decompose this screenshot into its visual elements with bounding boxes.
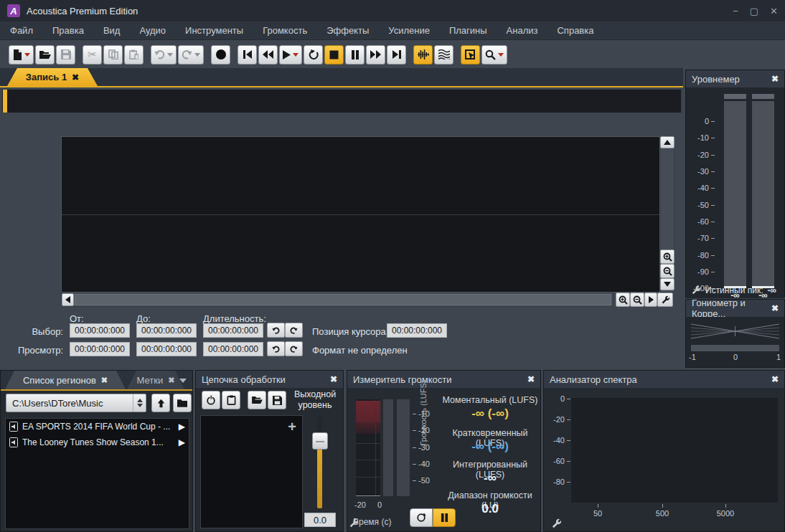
tab-markers-close-icon[interactable]: ✖ xyxy=(168,376,174,385)
cursor-position-field[interactable]: 00:00:00:000 xyxy=(387,323,447,338)
view-redo-button[interactable] xyxy=(285,341,303,356)
scroll-up-button[interactable] xyxy=(660,136,674,148)
output-level-slider-handle[interactable] xyxy=(312,432,328,450)
new-file-dropdown-arrow[interactable] xyxy=(24,53,30,57)
loudness-settings-wrench-icon[interactable] xyxy=(349,518,359,528)
panel-tabs-dropdown-icon[interactable] xyxy=(179,379,187,383)
view-undo-button[interactable] xyxy=(267,341,285,356)
file-play-button[interactable]: ▶ xyxy=(179,422,185,432)
output-level-value-field[interactable]: 0.0 xyxy=(304,513,336,527)
loudness-meter-close-icon[interactable]: ✖ xyxy=(527,374,535,384)
save-button[interactable] xyxy=(56,45,75,65)
fast-forward-button[interactable] xyxy=(366,45,385,65)
tab-recording-1[interactable]: Запись 1 ✖ xyxy=(7,68,98,86)
chain-paste-button[interactable] xyxy=(222,391,240,409)
vertical-zoom-in-button[interactable] xyxy=(660,250,674,264)
zoom-dropdown-arrow[interactable] xyxy=(498,53,504,57)
waveform-canvas[interactable] xyxy=(61,136,660,293)
view-duration-field[interactable]: 00:00:00:000 xyxy=(203,342,263,356)
redo-dropdown-arrow[interactable] xyxy=(194,53,200,57)
new-file-button[interactable] xyxy=(9,45,34,65)
chain-load-button[interactable] xyxy=(248,391,266,409)
menu-help[interactable]: Справка xyxy=(557,25,593,36)
selection-undo-button[interactable] xyxy=(267,323,285,338)
horizontal-scrollbar[interactable] xyxy=(61,293,614,307)
menu-audio[interactable]: Аудио xyxy=(139,25,166,36)
file-play-button[interactable]: ▶ xyxy=(179,437,185,447)
scroll-left-button[interactable] xyxy=(62,293,74,306)
close-button[interactable]: ✕ xyxy=(770,6,778,16)
redo-button[interactable] xyxy=(178,45,204,65)
scroll-right-button[interactable] xyxy=(644,293,657,307)
selection-redo-button[interactable] xyxy=(285,323,303,338)
level-meter-close-icon[interactable]: ✖ xyxy=(771,74,779,84)
loudness-readouts: Моментальный (LUFS) -∞ (-∞) Кратковремен… xyxy=(441,388,540,531)
play-button[interactable] xyxy=(279,45,302,65)
file-list-item[interactable]: EA SPORTS 2014 FIFA World Cup - ... ▶ xyxy=(6,419,189,434)
output-slider-track[interactable] xyxy=(317,440,322,508)
spectrum-freq-tick: 5000 xyxy=(713,509,738,518)
menu-view[interactable]: Вид xyxy=(103,25,121,36)
menu-analysis[interactable]: Анализ xyxy=(507,25,538,36)
zoom-tool-button[interactable] xyxy=(481,45,507,65)
cut-button[interactable]: ✂ xyxy=(83,45,102,65)
menu-effects[interactable]: Эффекты xyxy=(326,25,369,36)
play-dropdown-arrow[interactable] xyxy=(293,53,299,57)
browse-folder-button[interactable] xyxy=(173,394,192,412)
spectrum-settings-wrench-icon[interactable] xyxy=(551,518,562,529)
menu-enhancement[interactable]: Усиление xyxy=(388,25,430,36)
selection-to-field[interactable]: 00:00:00:000 xyxy=(136,323,197,338)
tab-region-list[interactable]: Список регионов ✖ xyxy=(5,371,126,389)
add-effect-button[interactable]: + xyxy=(288,420,296,433)
minimize-button[interactable]: − xyxy=(733,6,738,16)
record-button[interactable] xyxy=(211,45,230,65)
horizontal-zoom-out-button[interactable] xyxy=(630,293,644,307)
tab-close-icon[interactable]: ✖ xyxy=(72,72,79,82)
scroll-down-button[interactable] xyxy=(660,278,674,290)
view-to-field[interactable]: 00:00:00:000 xyxy=(136,342,197,356)
spectrum-analyzer-close-icon[interactable]: ✖ xyxy=(771,374,779,384)
selection-tool-button[interactable] xyxy=(461,45,480,65)
undo-dropdown-arrow[interactable] xyxy=(167,53,173,57)
tab-markers[interactable]: Метки ✖ xyxy=(127,371,184,389)
horizontal-scroll-thumb[interactable] xyxy=(75,294,611,305)
selection-duration-field[interactable]: 00:00:00:000 xyxy=(203,323,263,338)
spectral-view-button[interactable] xyxy=(434,45,453,65)
chain-bypass-button[interactable] xyxy=(202,391,220,409)
processing-chain-close-icon[interactable]: ✖ xyxy=(330,374,337,384)
file-list-item[interactable]: The Looney Tunes Show Season 1... ▶ xyxy=(6,434,189,450)
paste-button[interactable] xyxy=(124,45,144,65)
tab-region-close-icon[interactable]: ✖ xyxy=(101,376,108,385)
folder-up-button[interactable] xyxy=(151,394,170,412)
maximize-button[interactable]: ▢ xyxy=(750,6,758,16)
overview-position-cursor[interactable] xyxy=(3,90,7,113)
loudness-reset-button[interactable] xyxy=(410,508,433,527)
rewind-button[interactable] xyxy=(258,45,278,65)
menu-tools[interactable]: Инструменты xyxy=(185,25,243,36)
menu-file[interactable]: Файл xyxy=(10,25,33,36)
goniometer-close-icon[interactable]: ✖ xyxy=(771,303,779,313)
go-to-end-button[interactable] xyxy=(387,45,406,65)
loop-playback-button[interactable] xyxy=(304,45,323,65)
view-from-field[interactable]: 00:00:00:000 xyxy=(70,342,130,356)
overview-strip[interactable] xyxy=(1,89,682,113)
chain-save-button[interactable] xyxy=(268,391,286,409)
music-path-combobox[interactable]: C:\Users\DTore\Music xyxy=(6,394,146,412)
go-to-start-button[interactable] xyxy=(238,45,257,65)
stop-button[interactable] xyxy=(324,45,344,65)
open-file-button[interactable] xyxy=(35,45,55,65)
vertical-zoom-out-button[interactable] xyxy=(660,264,674,278)
spectrum-view-icon xyxy=(438,49,450,60)
waveform-view-button[interactable] xyxy=(413,45,433,65)
menu-edit[interactable]: Правка xyxy=(52,25,84,36)
selection-from-field[interactable]: 00:00:00:000 xyxy=(70,323,130,338)
level-meter-settings-wrench-icon[interactable] xyxy=(691,285,701,295)
view-settings-button[interactable] xyxy=(657,293,673,307)
horizontal-zoom-in-button[interactable] xyxy=(616,293,630,307)
combobox-spinner[interactable] xyxy=(133,394,146,412)
copy-button[interactable] xyxy=(103,45,123,65)
pause-button[interactable] xyxy=(345,45,365,65)
menu-loudness[interactable]: Громкость xyxy=(263,25,307,36)
menu-plugins[interactable]: Плагины xyxy=(449,25,487,36)
undo-button[interactable] xyxy=(151,45,177,65)
